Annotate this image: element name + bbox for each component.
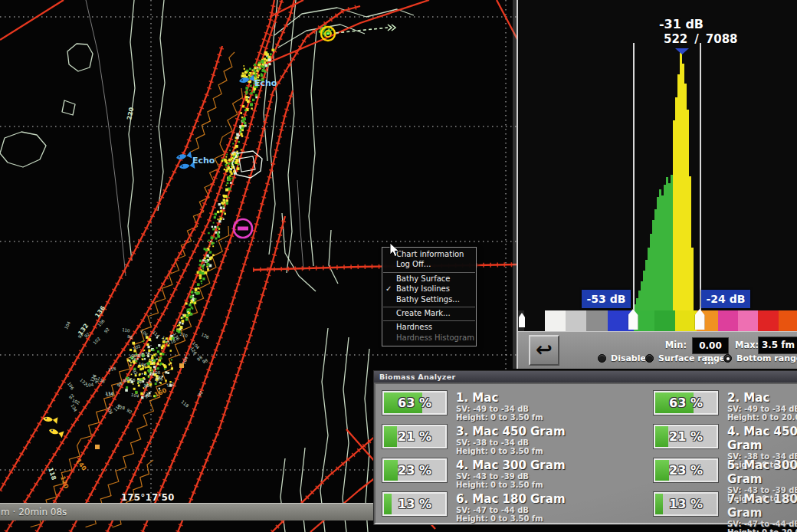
fish-mark-dot [202, 272, 205, 275]
low-threshold-line [633, 43, 635, 310]
fish-mark-dot [149, 361, 152, 363]
fish-mark-dot [241, 74, 244, 77]
fish-mark-dot [156, 353, 157, 355]
depth-label: 160 [153, 386, 168, 398]
menu-item-create-mark[interactable]: Create Mark... [382, 309, 476, 319]
fish-mark-dot [252, 99, 254, 101]
sounding-number: 106 [67, 381, 75, 390]
height-range: Height: 0 to 20.0 fm [727, 413, 797, 422]
radio-dot-icon[interactable] [645, 354, 654, 363]
total-value: 7088 [706, 32, 738, 46]
fish-mark-dot [156, 347, 158, 349]
percent-value: 13 % [384, 494, 445, 514]
fish-mark-dot [165, 371, 167, 373]
max-label: Max: [735, 340, 756, 350]
color-scale-segment [779, 310, 797, 331]
vessel-track [178, 216, 285, 532]
fish-mark-dot [248, 80, 250, 83]
fish-mark-dot [254, 88, 256, 90]
sounding-number: 108 [153, 370, 161, 375]
percent-value: 21 % [655, 426, 717, 447]
species-labels: 4. Mac 450 GramSV: -38 to -34 dBHeight: … [727, 425, 797, 458]
sv-color-scale[interactable] [518, 310, 797, 331]
max-depth-field[interactable]: 3.5 fm [758, 337, 797, 354]
min-label: Min: [647, 340, 687, 350]
min-depth-field[interactable]: 0.00 fm [692, 337, 729, 354]
fish-mark-dot [218, 232, 219, 233]
fish-mark-dot [202, 277, 205, 280]
sounding-number: 92 [103, 327, 110, 333]
percent-bar: 13 % [382, 492, 447, 516]
menu-item-log-off[interactable]: Log Off... [382, 260, 476, 270]
fish-mark-dot [270, 53, 272, 55]
color-scale-segment [675, 310, 697, 331]
fish-mark-dot [221, 160, 224, 163]
species-labels: 7. Mac 180 GramSV: -47 to -44 dBHeight: … [727, 492, 797, 526]
fish-mark-dot [253, 90, 255, 93]
fish-mark-dot [143, 340, 144, 342]
fish-mark-dot [165, 379, 166, 381]
vessel-track [0, 0, 64, 40]
fish-mark-dot [241, 135, 244, 137]
sv-range: SV: -38 to -34 dB [456, 438, 566, 447]
biomass-row: 63 %1. MacSV: -49 to -34 dBHeight: 0 to … [382, 391, 654, 425]
fish-mark-dot [215, 238, 217, 240]
radio-bottom-range[interactable]: Bottom range [723, 353, 797, 363]
sv-histogram-panel: -31 dB 522 / 7088 -53 dB -24 dB ↩ Min: 0… [517, 0, 797, 369]
fish-mark-dot [207, 268, 209, 271]
biomass-row: 63 %2. MacSV: -49 to -34 dBHeight: 0 to … [654, 391, 797, 425]
radio-dot-icon[interactable] [598, 354, 606, 363]
fish-mark-dot [245, 96, 248, 99]
fish-mark-dot [226, 162, 228, 164]
menu-item-bathy-isolines[interactable]: ✓Bathy Isolines [382, 284, 476, 294]
species-labels: 6. Mac 180 GramSV: -47 to -44 dBHeight: … [456, 492, 566, 526]
fish-mark-dot [160, 383, 162, 384]
fish-mark-dot [213, 222, 215, 224]
sample-count: 522 / 7088 [664, 32, 738, 46]
fish-mark-dot [240, 132, 241, 133]
fish-mark-dot [205, 249, 208, 251]
fish-mark-dot [217, 226, 219, 228]
fish-mark-dot [187, 309, 189, 311]
fish-mark-dot [225, 202, 228, 204]
species-labels: 3. Mac 450 GramSV: -38 to -34 dBHeight: … [456, 425, 566, 458]
color-scale-segment [524, 310, 545, 331]
fish-mark-dot [177, 325, 179, 327]
fish-mark-dot [245, 90, 248, 93]
fish-mark-dot [212, 226, 213, 228]
depth-contour [158, 0, 165, 211]
fish-mark-dot [249, 90, 251, 91]
depth-contour [67, 44, 93, 71]
fish-mark-dot [153, 366, 155, 368]
menu-item-hardness[interactable]: Hardness [382, 323, 476, 333]
sounding-number: 118 [107, 366, 116, 372]
radio-surface-range[interactable]: Surface range [645, 353, 725, 363]
fish-mark-dot [170, 350, 172, 351]
menu-item-hardness-histogram: Hardness Histogram [382, 333, 476, 343]
species-labels: 1. MacSV: -49 to -34 dBHeight: 0 to 3.50… [456, 391, 543, 425]
percent-value: 63 % [384, 392, 445, 413]
fish-mark-dot [238, 135, 240, 136]
fish-mark-dot [147, 366, 149, 368]
back-button[interactable]: ↩ [529, 335, 559, 366]
color-scale-segment [545, 310, 566, 331]
fish-mark-dot [170, 362, 172, 364]
fish-mark-dot [180, 329, 182, 330]
window-title-bar[interactable]: Biomass Analyzer [374, 371, 797, 383]
menu-item-bathy-surface[interactable]: Bathy Surface [382, 274, 476, 284]
fish-mark-dot [198, 292, 200, 294]
fish-mark-dot [137, 358, 139, 360]
fish-mark-dot [141, 396, 143, 399]
radio-dot-icon[interactable] [723, 354, 732, 363]
fish-mark-dot [212, 255, 214, 256]
species-labels: 2. MacSV: -49 to -34 dBHeight: 0 to 20.0… [727, 391, 797, 425]
percent-value: 21 % [384, 426, 445, 447]
sounding-number: 102 [132, 343, 141, 351]
fish-mark-dot [133, 383, 134, 385]
menu-item-bathy-settings[interactable]: Bathy Settings... [382, 295, 476, 305]
fish-mark-dot [261, 70, 264, 72]
fish-mark-dot [229, 149, 231, 151]
fish-mark-dot [161, 346, 162, 348]
fish-mark-dot [149, 338, 152, 341]
radio-disable[interactable]: Disable [598, 353, 646, 363]
